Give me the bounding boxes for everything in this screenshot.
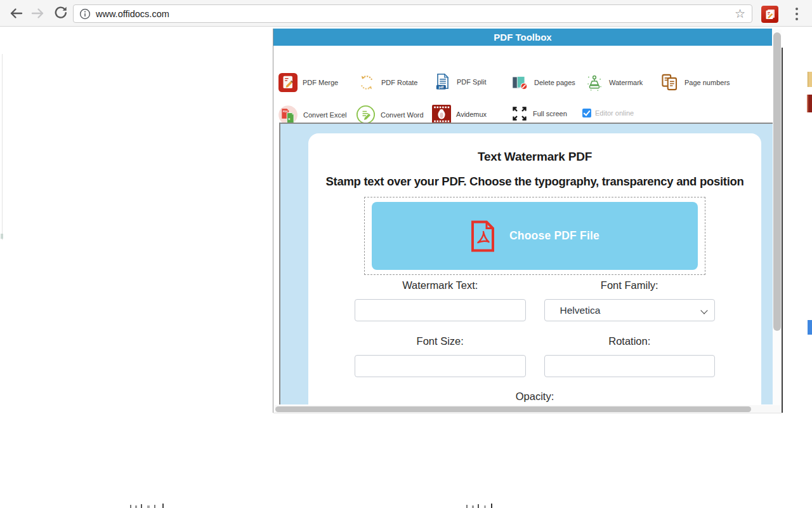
watermark-stamp-icon (585, 73, 604, 92)
tool-page-numbers[interactable]: Page numbers (660, 72, 730, 92)
font-family-label: Font Family: (544, 279, 716, 291)
font-size-label: Font Size: (355, 335, 526, 347)
tool-pdf-split[interactable]: pdf PDF Split (434, 72, 486, 91)
editor-online-label: Editor online (595, 109, 634, 117)
clipped-text-fragment (135, 505, 137, 508)
tool-label: Watermark (609, 79, 643, 86)
clipped-text-fragment (154, 505, 155, 508)
tool-label: Full screen (533, 110, 567, 117)
avidemux-film-icon (432, 105, 451, 124)
upload-dropzone: Choose PDF File (364, 197, 705, 275)
font-size-input[interactable] (355, 355, 526, 377)
info-icon[interactable] (79, 8, 91, 20)
offidocs-extension-button[interactable] (761, 6, 778, 23)
tool-pdf-merge[interactable]: PDF Merge (278, 73, 338, 92)
choose-pdf-file-label: Choose PDF File (509, 229, 599, 243)
browser-toolbar: www.offidocs.com ☆ (0, 0, 812, 27)
back-arrow-icon (7, 4, 25, 22)
app-title-bar: PDF Toolbox (273, 29, 772, 46)
tool-label: Delete pages (534, 79, 575, 86)
window-bottom-edge (273, 413, 782, 413)
back-button[interactable] (6, 4, 25, 23)
tool-convert-word[interactable]: Convert Word (356, 105, 424, 124)
panel-subtitle: Stamp text over your PDF. Choose the typ… (308, 175, 761, 189)
clipped-text-fragment (141, 504, 142, 508)
tool-pdf-rotate[interactable]: PDF Rotate (357, 73, 417, 92)
delete-pages-icon (510, 73, 529, 92)
watermark-form: Watermark Text: Font Family: Helvetica F… (308, 279, 761, 377)
browser-menu-button[interactable] (789, 5, 805, 23)
page-left-rule (2, 54, 3, 240)
tool-label: PDF Split (457, 78, 486, 86)
editor-online-checkbox[interactable] (582, 109, 591, 117)
rotation-input[interactable] (544, 355, 716, 377)
tool-avidemux[interactable]: Avidemux (432, 105, 487, 124)
bookmark-star-icon[interactable]: ☆ (735, 8, 745, 20)
tool-watermark[interactable]: Watermark (585, 73, 643, 92)
pdf-rotate-icon (357, 73, 376, 92)
clipped-icon-sliver (808, 320, 812, 335)
convert-word-icon (356, 105, 376, 124)
rotation-label: Rotation: (544, 335, 716, 347)
app-title: PDF Toolbox (494, 32, 551, 43)
extension-doc-pencil-icon (764, 8, 776, 20)
watermark-card: Text Watermark PDF Stamp text over your … (308, 133, 761, 404)
clipped-text-fragment (478, 504, 479, 508)
tool-content-frame: Text Watermark PDF Stamp text over your … (279, 123, 773, 404)
clipped-text-fragment (130, 505, 131, 508)
vertical-scrollbar-thumb[interactable] (773, 32, 781, 331)
reload-button[interactable] (51, 4, 70, 23)
tool-delete-pages[interactable]: Delete pages (510, 73, 575, 92)
tool-full-screen[interactable]: Full screen (511, 105, 567, 122)
tool-label: Avidemux (456, 110, 487, 118)
window-right-edge (782, 48, 783, 413)
editor-online-toggle[interactable]: Editor online (582, 109, 634, 117)
pdf-split-icon: pdf (434, 72, 452, 91)
url-bar[interactable]: www.offidocs.com ☆ (73, 4, 752, 23)
page-left-artifact (1, 234, 3, 239)
tool-label: Convert Word (381, 111, 424, 119)
reload-icon (52, 4, 70, 22)
font-family-select[interactable]: Helvetica (544, 299, 716, 321)
pdf-merge-icon (278, 73, 298, 92)
horizontal-scrollbar[interactable] (274, 405, 782, 413)
url-text: www.offidocs.com (96, 9, 735, 19)
svg-text:pdf: pdf (439, 86, 444, 89)
pdf-file-icon (470, 220, 495, 252)
clipped-text-fragment (466, 505, 468, 508)
clipped-text-fragment (491, 504, 492, 508)
tool-label: PDF Merge (303, 79, 338, 86)
clipped-icon-sliver (808, 72, 812, 87)
tool-label: PDF Rotate (381, 79, 417, 86)
clipped-icon-sliver (807, 95, 812, 112)
vertical-scrollbar[interactable] (773, 29, 782, 405)
font-family-select-wrap: Helvetica (544, 299, 716, 321)
clipped-text-fragment (484, 505, 486, 508)
tool-label: Page numbers (684, 79, 730, 86)
page-numbers-icon (660, 72, 679, 92)
clipped-text-fragment (147, 505, 150, 508)
fullscreen-arrows-icon (511, 105, 528, 122)
clipped-text-fragment (472, 505, 474, 508)
tool-label: Convert Excel (303, 111, 346, 119)
watermark-text-input[interactable] (355, 299, 526, 321)
clipped-text-fragment (162, 504, 164, 508)
panel-title: Text Watermark PDF (308, 150, 761, 164)
forward-arrow-icon (29, 4, 47, 22)
forward-button[interactable] (29, 4, 48, 23)
opacity-label: Opacity: (308, 391, 761, 403)
pdf-toolbox-window: PDF Toolbox PDF Merge PDF Rotate pdf (273, 29, 782, 413)
choose-pdf-file-button[interactable]: Choose PDF File (372, 202, 698, 270)
watermark-text-label: Watermark Text: (355, 279, 526, 291)
horizontal-scrollbar-thumb[interactable] (275, 406, 751, 412)
